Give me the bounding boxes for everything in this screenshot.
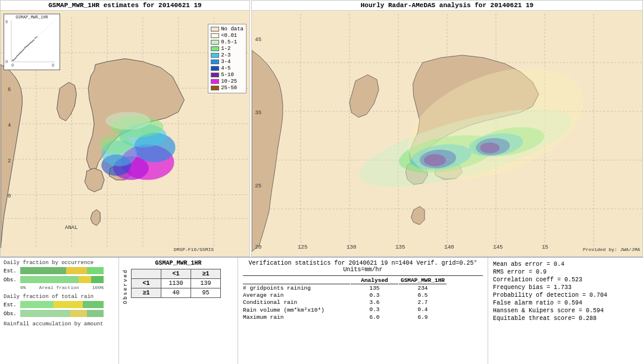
verif-row-avgrain-analysed: 0.3 (351, 292, 398, 299)
right-map-panel: Hourly Radar-AMeDAS analysis for 2014062… (251, 0, 643, 257)
verif-row-condrain-gsmap: 2.7 (399, 299, 447, 306)
legend-item-4-5: 4-5 (211, 65, 244, 71)
freq-bias: Frequency bias = 1.733 (493, 284, 638, 291)
svg-point-52 (20, 52, 21, 53)
occurrence-axis: 0% Areal fraction 100% (4, 285, 104, 290)
legend-label-10-25: 10-25 (221, 79, 237, 84)
jwa-label: Provided by: JWA/JMA (583, 247, 640, 252)
contingency-section: GSMAP_MWR_1HR Observed <1 ≥1 <1 1130 (119, 258, 238, 364)
verif-row-volume-gsmap: 0.4 (399, 306, 447, 313)
scatter-plot-svg: 0 8 0 8 (4, 20, 58, 69)
legend-label-1-2: 1-2 (221, 46, 230, 52)
verif-stats-grid: Analysed GSMAP_MWR_1HR # gridpoints rain… (243, 277, 483, 321)
legend-item-5-10: 5-10 (211, 72, 244, 78)
svg-text:140: 140 (444, 244, 454, 250)
verif-row-maxrain-gsmap: 6.9 (399, 314, 447, 321)
inset-title: GSMAP_MWR_1HR (4, 14, 60, 20)
contingency-header-lt1: <1 (161, 269, 191, 279)
legend-item-3-4: 3-4 (211, 59, 244, 65)
svg-text:20: 20 (255, 244, 261, 250)
svg-point-66 (26, 46, 27, 47)
svg-point-25 (99, 135, 133, 154)
svg-text:125: 125 (298, 244, 308, 250)
svg-text:0: 0 (11, 63, 14, 68)
verif-row-gridpoints-label: # gridpoints raining (243, 285, 350, 291)
obs-vertical-label: Observed (123, 269, 129, 304)
legend-item-nodata: No data (211, 26, 244, 32)
svg-text:130: 130 (347, 244, 357, 250)
verif-col-header-gsmap: GSMAP_MWR_1HR (399, 277, 447, 284)
dmsp-label: DMSP-F16/SSMIS (174, 247, 214, 252)
verif-row-condrain-label: Conditional rain (243, 299, 350, 306)
corr-coeff: Correlation coeff = 0.523 (493, 277, 638, 283)
verif-row-avgrain-gsmap: 0.5 (399, 292, 447, 299)
svg-point-56 (28, 44, 29, 45)
svg-text:8: 8 (5, 20, 8, 24)
svg-point-73 (31, 42, 32, 43)
svg-point-55 (27, 45, 28, 46)
svg-point-62 (19, 53, 20, 54)
contingency-row-ge1: ≥1 (132, 288, 161, 298)
rain-fraction-chart-block: Daily fraction of total rain Est. Obs. (4, 294, 115, 318)
svg-point-72 (16, 56, 17, 57)
svg-text:35: 35 (255, 109, 261, 116)
mean-abs-error: Mean abs error = 0.4 (493, 261, 638, 268)
svg-point-50 (15, 58, 16, 59)
svg-point-60 (14, 59, 15, 60)
verif-row-avgrain-label: Average rain (243, 292, 350, 299)
left-map-title: GSMAP_MWR_1HR estimates for 20140621 19 (1, 1, 249, 11)
svg-point-64 (22, 50, 23, 51)
obs-occurrence-bar (20, 276, 104, 283)
anal-label: ANAL (65, 225, 78, 231)
contingency-val-1130: 1130 (161, 279, 191, 288)
rain-fraction-chart-label: Daily fraction of total rain (4, 294, 115, 300)
prob-detection: Probability of detection = 0.704 (493, 292, 638, 299)
right-map-title: Hourly Radar-AMeDAS analysis for 2014062… (252, 1, 642, 11)
legend-label-nodata: No data (221, 26, 244, 32)
verif-row-maxrain-label: Maximum rain (243, 314, 350, 321)
contingency-title: GSMAP_MWR_1HR (123, 260, 234, 266)
contingency-val-40: 40 (161, 288, 191, 298)
legend-item-1-2: 1-2 (211, 46, 244, 52)
legend-item-2-3: 2-3 (211, 52, 244, 58)
occurrence-chart-label: Daily fraction by occurrence (4, 260, 115, 266)
svg-point-74 (33, 40, 34, 41)
verif-row-gridpoints-analysed: 135 (351, 285, 398, 291)
verif-row-maxrain-analysed: 6.0 (351, 314, 398, 321)
axis-0pct: 0% (20, 285, 26, 290)
contingency-header-ge1: ≥1 (191, 269, 221, 279)
verif-divider (243, 275, 483, 276)
contingency-header-empty (132, 269, 161, 279)
obs-label-2: Obs. (4, 311, 20, 317)
maps-row: GSMAP_MWR_1HR estimates for 20140621 19 (0, 0, 643, 257)
verif-row-condrain-analysed: 3.6 (351, 299, 398, 306)
legend-label-05-1: 0.5-1 (221, 39, 237, 45)
legend-label-2-3: 2-3 (221, 52, 230, 58)
svg-text:135: 135 (395, 244, 405, 250)
est-label-1: Est. (4, 268, 20, 274)
axis-areal: Areal fraction (39, 285, 79, 290)
left-map-canvas: 8 6 4 2 0 GSMAP_MWR_1HR (1, 11, 249, 255)
rms-error: RMS error = 0.9 (493, 269, 638, 275)
legend-label-3-4: 3-4 (221, 59, 230, 65)
svg-text:0: 0 (8, 193, 11, 199)
contingency-val-95: 95 (191, 288, 221, 298)
svg-text:0: 0 (5, 59, 8, 64)
svg-text:45: 45 (255, 36, 261, 43)
svg-point-70 (36, 36, 38, 37)
svg-text:6: 6 (8, 87, 11, 93)
verif-row-volume-analysed: 0.3 (351, 306, 398, 313)
svg-text:8: 8 (52, 63, 54, 68)
svg-point-53 (23, 49, 24, 50)
verif-row-gridpoints-gsmap: 234 (399, 285, 447, 291)
svg-text:15: 15 (542, 244, 548, 250)
right-map-canvas: 45 35 25 20 125 130 135 140 145 15 Provi… (252, 11, 642, 255)
svg-point-75 (35, 37, 36, 38)
scores-section: Mean abs error = 0.4 RMS error = 0.9 Cor… (488, 258, 643, 364)
svg-rect-32 (4, 20, 58, 69)
legend-item-10-25: 10-25 (211, 79, 244, 84)
svg-text:2: 2 (8, 158, 11, 164)
svg-point-26 (105, 112, 151, 130)
legend-label-4-5: 4-5 (221, 65, 230, 71)
svg-point-67 (29, 43, 30, 44)
